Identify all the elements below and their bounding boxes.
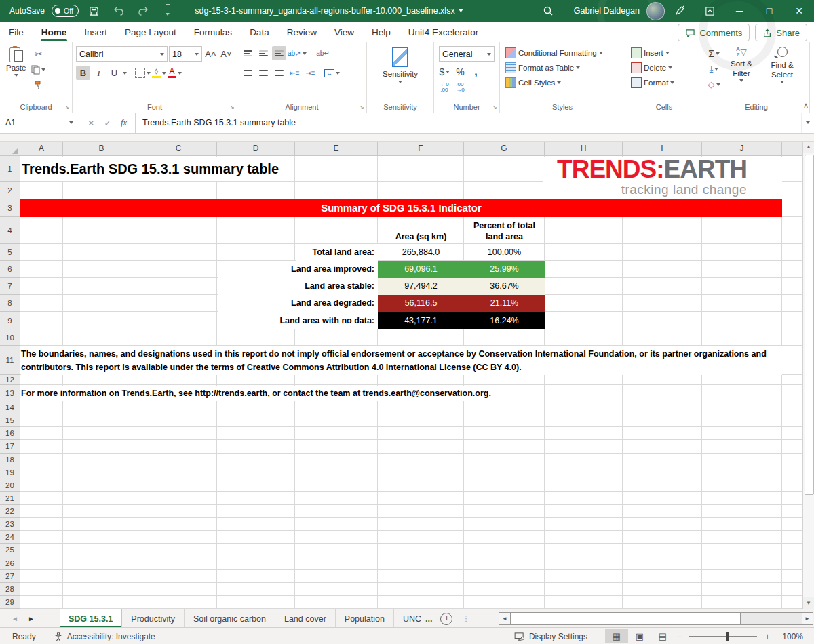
scroll-up-icon[interactable]: ▲ — [803, 141, 814, 153]
delete-cells-button[interactable]: Delete — [629, 61, 699, 75]
zoom-slider[interactable] — [689, 636, 757, 637]
row-header-23[interactable]: 23 — [0, 518, 20, 531]
insert-function-icon[interactable]: fx — [121, 118, 127, 128]
scroll-down-icon[interactable]: ▼ — [803, 597, 814, 609]
middle-align-icon[interactable] — [256, 46, 271, 60]
row-header-14[interactable]: 14 — [0, 401, 20, 414]
page-break-view-icon[interactable]: ▤ — [651, 629, 674, 643]
column-header-percent[interactable]: Percent of total land area — [464, 217, 545, 244]
row-values-stable[interactable]: 97,494.2 36.67% — [378, 278, 545, 295]
zoom-level[interactable]: 100% — [772, 632, 814, 641]
cell-stable-percent[interactable]: 36.67% — [464, 278, 545, 295]
cancel-icon[interactable]: ✕ — [88, 118, 94, 128]
column-header-partial[interactable] — [782, 141, 802, 156]
column-header-f[interactable]: F — [378, 141, 464, 156]
row-header-12[interactable]: 12 — [0, 375, 20, 385]
tab-page-layout[interactable]: Page Layout — [116, 22, 185, 42]
row-header-7[interactable]: 7 — [0, 278, 20, 295]
row-header-29[interactable]: 29 — [0, 596, 20, 609]
expand-formula-bar-icon[interactable] — [806, 121, 810, 124]
scroll-right-icon[interactable]: ► — [802, 613, 813, 624]
row-values-nodata[interactable]: 43,177.1 16.24% — [378, 312, 545, 329]
orientation-icon[interactable]: ab↗ — [288, 46, 307, 60]
row-header-22[interactable]: 22 — [0, 505, 20, 518]
cell-degraded-percent[interactable]: 21.11% — [464, 295, 545, 312]
tab-file[interactable]: File — [0, 22, 33, 42]
name-box-dropdown-icon[interactable] — [69, 121, 73, 124]
cell-total-percent[interactable]: 100.00% — [464, 244, 545, 261]
column-header-d[interactable]: D — [217, 141, 295, 156]
conditional-formatting-button[interactable]: Conditional Formatting — [503, 46, 621, 60]
wrap-text-icon[interactable]: ab↵ — [316, 46, 330, 60]
fill-color-icon[interactable]: ⬨ — [152, 66, 166, 80]
accessibility-status[interactable]: Accessibility: Investigate — [54, 632, 155, 641]
column-header-area[interactable]: Area (sq km) — [378, 217, 464, 244]
formula-input[interactable]: Trends.Earth SDG 15.3.1 summary table — [136, 113, 801, 133]
column-header-b[interactable]: B — [63, 141, 140, 156]
increase-decimal-icon[interactable]: ←0.00 — [438, 80, 452, 94]
tab-data[interactable]: Data — [241, 22, 278, 42]
increase-indent-icon[interactable]: ⇥≡ — [303, 66, 317, 80]
clipboard-dialog-launcher[interactable]: ↘ — [64, 104, 70, 110]
tab-formulas[interactable]: Formulas — [185, 22, 241, 42]
row-header-13[interactable]: 13 — [0, 385, 20, 401]
normal-view-icon[interactable]: ▦ — [605, 629, 628, 643]
align-left-icon[interactable] — [241, 66, 255, 80]
row-header-19[interactable]: 19 — [0, 466, 20, 479]
column-header-g[interactable]: G — [464, 141, 545, 156]
cell-nodata-area[interactable]: 43,177.1 — [378, 312, 464, 329]
next-sheet-icon[interactable]: ► — [23, 609, 39, 628]
sheet-tab-truncated[interactable]: UNC — [394, 609, 421, 628]
cell-a1-title[interactable]: Trends.Earth SDG 15.3.1 summary table — [22, 157, 294, 181]
cell-total-area[interactable]: 265,884.0 — [378, 244, 464, 261]
row-header-17[interactable]: 17 — [0, 440, 20, 453]
sheet-tab-soil-organic-carbon[interactable]: Soil organic carbon — [185, 609, 275, 628]
cell-stable-area[interactable]: 97,494.2 — [378, 278, 464, 295]
tab-view[interactable]: View — [326, 22, 363, 42]
format-cells-button[interactable]: Format — [629, 76, 699, 89]
column-header-a[interactable]: A — [20, 141, 63, 156]
cell-degraded-area[interactable]: 56,116.5 — [378, 295, 464, 312]
cell-nodata-percent[interactable]: 16.24% — [464, 312, 545, 329]
cut-icon[interactable]: ✂ — [31, 47, 45, 61]
underline-button[interactable]: U — [107, 66, 121, 80]
vertical-scrollbar[interactable]: ▲ ▼ — [802, 141, 814, 609]
bold-button[interactable]: B — [76, 66, 90, 80]
row-header-8[interactable]: 8 — [0, 295, 20, 312]
scroll-left-icon[interactable]: ◄ — [499, 613, 510, 624]
summary-banner[interactable]: Summary of SDG 15.3.1 Indicator — [20, 199, 782, 217]
new-sheet-button[interactable]: + — [440, 609, 452, 628]
name-box[interactable]: A1 — [0, 113, 79, 133]
row-header-4[interactable]: 4 — [0, 217, 20, 244]
row-header-3[interactable]: 3 — [0, 199, 20, 217]
percent-style-icon[interactable]: % — [453, 64, 467, 79]
row-header-24[interactable]: 24 — [0, 531, 20, 544]
comma-style-icon[interactable]: , — [469, 64, 483, 79]
column-header-c[interactable]: C — [140, 141, 217, 156]
merge-center-icon[interactable]: ↔ — [324, 66, 340, 80]
document-title[interactable]: sdg-15-3-1-summary_uganda-all-regions-bu… — [195, 6, 454, 16]
minimize-button[interactable]: ─ — [724, 0, 754, 22]
clear-icon[interactable]: ◇ — [707, 77, 721, 92]
sensitivity-button[interactable]: Sensitivity — [370, 45, 430, 85]
cell-styles-button[interactable]: Cell Styles — [503, 76, 621, 89]
zoom-in-icon[interactable]: + — [762, 631, 772, 642]
spreadsheet-grid[interactable]: ABCDEFGHIJ123456789101112131415161718192… — [0, 141, 802, 609]
font-color-icon[interactable]: A — [168, 66, 182, 80]
paste-button[interactable]: Paste — [3, 45, 28, 92]
font-name-combobox[interactable]: Calibri — [76, 46, 168, 62]
avatar[interactable] — [646, 2, 665, 20]
number-dialog-launcher[interactable]: ↘ — [492, 104, 497, 110]
sheet-tab-population[interactable]: Population — [336, 609, 394, 628]
column-header-i[interactable]: I — [623, 141, 702, 156]
row-header-11[interactable]: 11 — [0, 346, 20, 375]
row-header-25[interactable]: 25 — [0, 544, 20, 557]
undo-icon[interactable] — [110, 3, 128, 18]
prev-sheet-icon[interactable]: ◄ — [7, 609, 23, 628]
row-header-2[interactable]: 2 — [0, 182, 20, 199]
align-center-icon[interactable] — [256, 66, 271, 80]
row-header-28[interactable]: 28 — [0, 583, 20, 596]
cell-improved-area[interactable]: 69,096.1 — [378, 261, 464, 278]
increase-font-icon[interactable]: A˄ — [204, 47, 218, 61]
decrease-decimal-icon[interactable]: .00→0 — [453, 80, 467, 94]
